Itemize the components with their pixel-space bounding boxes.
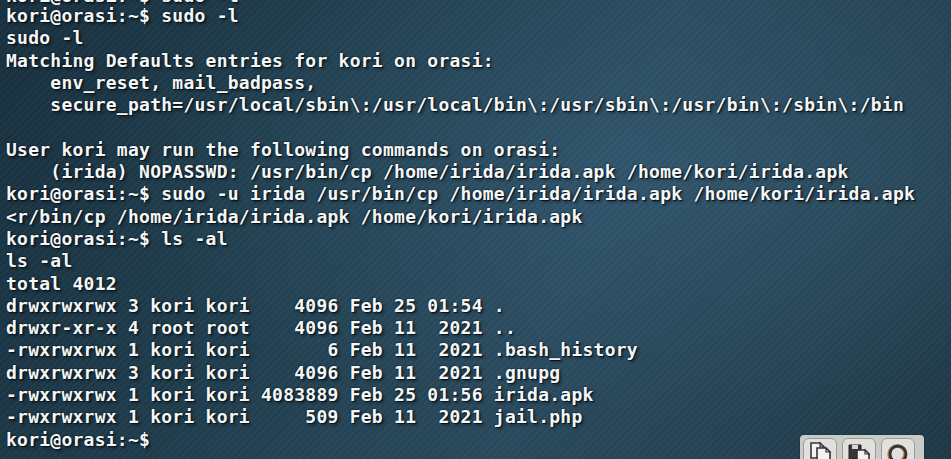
terminal-line: kori@orasi:~$ ls -al	[6, 228, 951, 250]
copy-icon	[807, 440, 833, 459]
terminal-line: env_reset, mail_badpass,	[6, 72, 951, 94]
terminal-screen[interactable]: kori@orasi:~$ sudo -l kori@orasi:~$ sudo…	[0, 0, 951, 459]
terminal-line: kori@orasi:~$ sudo -u irida /usr/bin/cp …	[6, 183, 951, 205]
save-icon	[846, 440, 872, 459]
copy-button[interactable]	[803, 438, 837, 459]
terminal-line: -rwxrwxrwx 1 kori kori 6 Feb 11 2021 .ba…	[6, 339, 951, 361]
search-icon	[885, 440, 911, 459]
terminal-line: User kori may run the following commands…	[6, 139, 951, 161]
terminal-line: drwxrwxrwx 3 kori kori 4096 Feb 25 01:54…	[6, 295, 951, 317]
terminal-line: ls -al	[6, 250, 951, 272]
terminal-line: <r/bin/cp /home/irida/irida.apk /home/ko…	[6, 206, 951, 228]
terminal-line: drwxrwxrwx 3 kori kori 4096 Feb 11 2021 …	[6, 362, 951, 384]
overlay-toolbar	[800, 435, 924, 459]
terminal-line: total 4012	[6, 273, 951, 295]
terminal-line: kori@orasi:~$ sudo -l	[6, 5, 951, 27]
terminal-line: secure_path=/usr/local/sbin\:/usr/local/…	[6, 94, 951, 116]
terminal-line: drwxr-xr-x 4 root root 4096 Feb 11 2021 …	[6, 317, 951, 339]
terminal-line: (irida) NOPASSWD: /usr/bin/cp /home/irid…	[6, 161, 951, 183]
terminal-line: Matching Defaults entries for kori on or…	[6, 50, 951, 72]
terminal-line: -rwxrwxrwx 1 kori kori 509 Feb 11 2021 j…	[6, 406, 951, 428]
search-button[interactable]	[881, 438, 915, 459]
terminal-line: -rwxrwxrwx 1 kori kori 4083889 Feb 25 01…	[6, 384, 951, 406]
terminal-line	[6, 116, 951, 138]
terminal-line: sudo -l	[6, 27, 951, 49]
save-button[interactable]	[842, 438, 876, 459]
